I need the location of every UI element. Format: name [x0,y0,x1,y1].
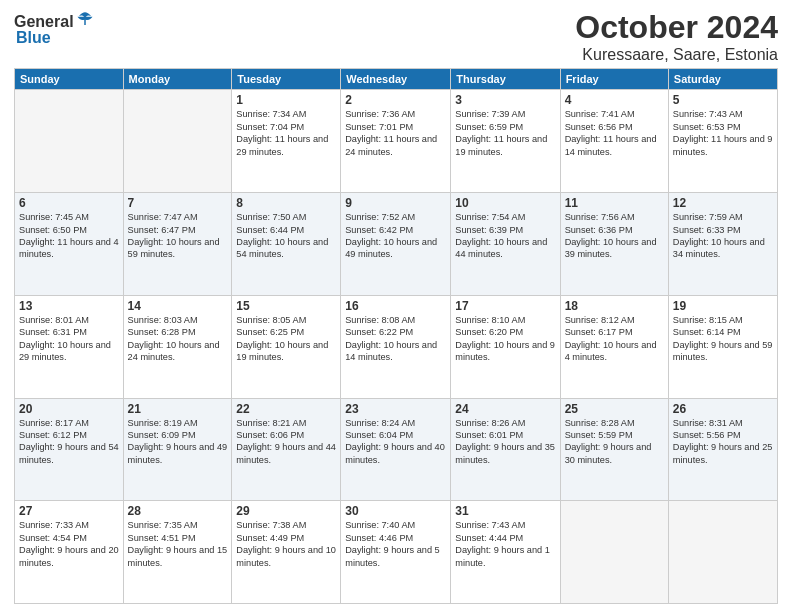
table-row: 27Sunrise: 7:33 AM Sunset: 4:54 PM Dayli… [15,501,124,604]
day-number: 22 [236,402,336,416]
day-info: Sunrise: 7:41 AM Sunset: 6:56 PM Dayligh… [565,108,664,158]
month-title: October 2024 [575,10,778,45]
day-number: 23 [345,402,446,416]
day-info: Sunrise: 7:59 AM Sunset: 6:33 PM Dayligh… [673,211,773,261]
logo-general: General [14,14,74,30]
page: General Blue October 2024 Kuressaare, Sa… [0,0,792,612]
table-row: 30Sunrise: 7:40 AM Sunset: 4:46 PM Dayli… [341,501,451,604]
day-number: 19 [673,299,773,313]
location-title: Kuressaare, Saare, Estonia [575,45,778,64]
logo-stacked: General Blue [14,14,94,46]
table-row: 24Sunrise: 8:26 AM Sunset: 6:01 PM Dayli… [451,398,560,501]
day-number: 7 [128,196,228,210]
day-number: 6 [19,196,119,210]
col-tuesday: Tuesday [232,69,341,90]
table-row: 28Sunrise: 7:35 AM Sunset: 4:51 PM Dayli… [123,501,232,604]
day-number: 11 [565,196,664,210]
col-sunday: Sunday [15,69,124,90]
day-info: Sunrise: 8:01 AM Sunset: 6:31 PM Dayligh… [19,314,119,364]
table-row: 2Sunrise: 7:36 AM Sunset: 7:01 PM Daylig… [341,90,451,193]
day-number: 3 [455,93,555,107]
day-info: Sunrise: 7:45 AM Sunset: 6:50 PM Dayligh… [19,211,119,261]
day-info: Sunrise: 8:17 AM Sunset: 6:12 PM Dayligh… [19,417,119,467]
day-number: 13 [19,299,119,313]
table-row: 23Sunrise: 8:24 AM Sunset: 6:04 PM Dayli… [341,398,451,501]
table-row: 9Sunrise: 7:52 AM Sunset: 6:42 PM Daylig… [341,193,451,296]
table-row: 22Sunrise: 8:21 AM Sunset: 6:06 PM Dayli… [232,398,341,501]
day-info: Sunrise: 8:31 AM Sunset: 5:56 PM Dayligh… [673,417,773,467]
table-row: 21Sunrise: 8:19 AM Sunset: 6:09 PM Dayli… [123,398,232,501]
day-info: Sunrise: 8:19 AM Sunset: 6:09 PM Dayligh… [128,417,228,467]
day-number: 20 [19,402,119,416]
day-info: Sunrise: 8:15 AM Sunset: 6:14 PM Dayligh… [673,314,773,364]
logo: General Blue [14,14,94,46]
top-section: General Blue October 2024 Kuressaare, Sa… [14,10,778,64]
table-row: 10Sunrise: 7:54 AM Sunset: 6:39 PM Dayli… [451,193,560,296]
table-row: 12Sunrise: 7:59 AM Sunset: 6:33 PM Dayli… [668,193,777,296]
col-friday: Friday [560,69,668,90]
calendar-week-row: 6Sunrise: 7:45 AM Sunset: 6:50 PM Daylig… [15,193,778,296]
table-row [15,90,124,193]
col-saturday: Saturday [668,69,777,90]
table-row: 31Sunrise: 7:43 AM Sunset: 4:44 PM Dayli… [451,501,560,604]
day-number: 18 [565,299,664,313]
day-number: 9 [345,196,446,210]
table-row: 11Sunrise: 7:56 AM Sunset: 6:36 PM Dayli… [560,193,668,296]
col-wednesday: Wednesday [341,69,451,90]
day-info: Sunrise: 7:54 AM Sunset: 6:39 PM Dayligh… [455,211,555,261]
day-number: 1 [236,93,336,107]
day-info: Sunrise: 7:38 AM Sunset: 4:49 PM Dayligh… [236,519,336,569]
day-info: Sunrise: 7:43 AM Sunset: 6:53 PM Dayligh… [673,108,773,158]
day-number: 12 [673,196,773,210]
day-number: 25 [565,402,664,416]
calendar-week-row: 20Sunrise: 8:17 AM Sunset: 6:12 PM Dayli… [15,398,778,501]
day-number: 10 [455,196,555,210]
table-row: 18Sunrise: 8:12 AM Sunset: 6:17 PM Dayli… [560,295,668,398]
table-row: 16Sunrise: 8:08 AM Sunset: 6:22 PM Dayli… [341,295,451,398]
table-row: 1Sunrise: 7:34 AM Sunset: 7:04 PM Daylig… [232,90,341,193]
day-info: Sunrise: 7:56 AM Sunset: 6:36 PM Dayligh… [565,211,664,261]
table-row: 5Sunrise: 7:43 AM Sunset: 6:53 PM Daylig… [668,90,777,193]
table-row: 7Sunrise: 7:47 AM Sunset: 6:47 PM Daylig… [123,193,232,296]
day-number: 30 [345,504,446,518]
table-row: 13Sunrise: 8:01 AM Sunset: 6:31 PM Dayli… [15,295,124,398]
table-row: 4Sunrise: 7:41 AM Sunset: 6:56 PM Daylig… [560,90,668,193]
day-number: 16 [345,299,446,313]
day-number: 26 [673,402,773,416]
table-row [560,501,668,604]
day-info: Sunrise: 7:36 AM Sunset: 7:01 PM Dayligh… [345,108,446,158]
table-row: 29Sunrise: 7:38 AM Sunset: 4:49 PM Dayli… [232,501,341,604]
table-row: 19Sunrise: 8:15 AM Sunset: 6:14 PM Dayli… [668,295,777,398]
day-info: Sunrise: 8:24 AM Sunset: 6:04 PM Dayligh… [345,417,446,467]
day-info: Sunrise: 7:39 AM Sunset: 6:59 PM Dayligh… [455,108,555,158]
day-info: Sunrise: 7:50 AM Sunset: 6:44 PM Dayligh… [236,211,336,261]
day-number: 14 [128,299,228,313]
header-row: Sunday Monday Tuesday Wednesday Thursday… [15,69,778,90]
table-row: 15Sunrise: 8:05 AM Sunset: 6:25 PM Dayli… [232,295,341,398]
day-info: Sunrise: 8:26 AM Sunset: 6:01 PM Dayligh… [455,417,555,467]
day-number: 28 [128,504,228,518]
col-thursday: Thursday [451,69,560,90]
table-row: 25Sunrise: 8:28 AM Sunset: 5:59 PM Dayli… [560,398,668,501]
day-info: Sunrise: 8:03 AM Sunset: 6:28 PM Dayligh… [128,314,228,364]
day-number: 17 [455,299,555,313]
table-row: 6Sunrise: 7:45 AM Sunset: 6:50 PM Daylig… [15,193,124,296]
day-info: Sunrise: 7:52 AM Sunset: 6:42 PM Dayligh… [345,211,446,261]
day-info: Sunrise: 7:47 AM Sunset: 6:47 PM Dayligh… [128,211,228,261]
col-monday: Monday [123,69,232,90]
calendar-week-row: 1Sunrise: 7:34 AM Sunset: 7:04 PM Daylig… [15,90,778,193]
day-info: Sunrise: 7:33 AM Sunset: 4:54 PM Dayligh… [19,519,119,569]
calendar-week-row: 27Sunrise: 7:33 AM Sunset: 4:54 PM Dayli… [15,501,778,604]
day-number: 5 [673,93,773,107]
day-number: 27 [19,504,119,518]
logo-row: General [14,14,94,30]
day-number: 21 [128,402,228,416]
table-row: 26Sunrise: 8:31 AM Sunset: 5:56 PM Dayli… [668,398,777,501]
table-row: 3Sunrise: 7:39 AM Sunset: 6:59 PM Daylig… [451,90,560,193]
table-row: 17Sunrise: 8:10 AM Sunset: 6:20 PM Dayli… [451,295,560,398]
calendar-table: Sunday Monday Tuesday Wednesday Thursday… [14,68,778,604]
calendar-week-row: 13Sunrise: 8:01 AM Sunset: 6:31 PM Dayli… [15,295,778,398]
day-info: Sunrise: 8:21 AM Sunset: 6:06 PM Dayligh… [236,417,336,467]
day-number: 24 [455,402,555,416]
table-row: 8Sunrise: 7:50 AM Sunset: 6:44 PM Daylig… [232,193,341,296]
